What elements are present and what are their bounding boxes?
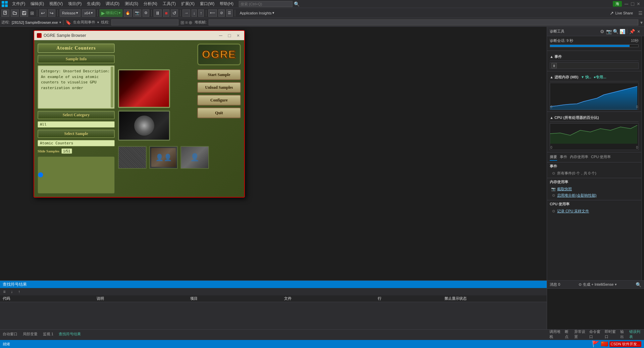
save-all-button[interactable]: ⊞ [30, 10, 35, 16]
filter-icon-3[interactable]: ≡ [185, 20, 188, 25]
ogre-thumbnail-1[interactable] [118, 69, 170, 108]
stop-button[interactable]: ■ [163, 9, 169, 17]
ogre-category-value[interactable]: All [38, 121, 115, 128]
ogre-thumbnail-2[interactable] [118, 111, 170, 141]
menu-tools[interactable]: 工具(T) [160, 0, 178, 8]
filter-icon-4[interactable]: ⊕ [189, 20, 193, 25]
diag-cpu-record-label[interactable]: 记录 CPU 采样文件 [557, 209, 589, 214]
menu-file[interactable]: 文件(F) [9, 0, 28, 8]
pause-button[interactable]: ⏸ [154, 9, 162, 17]
slide-samples-slider[interactable] [38, 156, 115, 194]
ogre-scrollbar[interactable] [111, 67, 113, 108]
open-file-button[interactable] [11, 9, 19, 17]
new-file-button[interactable] [1, 9, 9, 17]
menu-help[interactable]: 帮助(H) [217, 0, 236, 8]
diag-snapshot-label[interactable]: 截取快照 [557, 187, 572, 192]
menu-extensions[interactable]: 扩展(X) [178, 0, 197, 8]
menu-build[interactable]: 生成(B) [84, 0, 103, 8]
process-selector[interactable]: [28152] SampleBrowser.exe ▾ [12, 20, 61, 24]
quit-button[interactable]: Quit [197, 108, 241, 118]
configure-button[interactable]: Configure [197, 95, 241, 106]
toolbar-exception[interactable]: 异常设置 [574, 329, 586, 339]
release-dropdown[interactable]: Release ▾ [60, 9, 80, 17]
restart-button[interactable]: ↺ [171, 9, 178, 17]
diag-settings-icon[interactable]: ⚙ [599, 29, 605, 34]
output-build-label: 生成 + IntelliSense [583, 282, 613, 287]
filter-icon-2[interactable]: ⊞ [180, 20, 184, 25]
continue-button[interactable]: ▶ 继续(C) ▾ [100, 9, 122, 17]
redo-button[interactable]: ↪ [48, 9, 55, 17]
minimize-app-button[interactable]: ─ [625, 1, 628, 7]
diag-cpu-record-item: ⊙ 记录 CPU 采样文件 [550, 208, 639, 214]
app-insights-label: Application Insights [240, 11, 272, 15]
app-insights-button[interactable]: Application Insights ▾ [237, 9, 277, 17]
diag-heap-label[interactable]: 启用堆分析(会影响性能) [557, 193, 596, 198]
ogre-thumbnail-4[interactable]: 👤👤 [149, 146, 178, 169]
step-into-button[interactable]: ↓ [192, 9, 197, 17]
search-up-icon[interactable]: ↑ [16, 289, 22, 295]
menu-analyze[interactable]: 分析(N) [141, 0, 160, 8]
camera-button[interactable]: 📷 [133, 9, 141, 17]
search-down-icon[interactable]: ↓ [9, 289, 15, 295]
diag-tab-summary[interactable]: 摘要 [550, 154, 557, 161]
thread-selector[interactable] [111, 19, 178, 25]
menu-window[interactable]: 窗口(W) [197, 0, 217, 8]
restore-app-button[interactable]: □ [631, 1, 634, 7]
step-out-button[interactable]: ↑ [198, 9, 204, 17]
ogre-thumbnail-3[interactable] [118, 146, 147, 169]
diag-pin-icon[interactable]: 📌 [629, 29, 635, 34]
ogre-sample-browser-window[interactable]: OGRE Sample Browser ─ □ × Atomic Counter… [34, 30, 245, 198]
ogre-maximize-button[interactable]: □ [226, 32, 233, 39]
toolbar-auto-window[interactable]: 自动窗口 [3, 332, 17, 337]
menu-test[interactable]: 测试(S) [122, 0, 141, 8]
diag-tab-events[interactable]: 事件 [560, 154, 567, 161]
toolbar-callstack[interactable]: 调用堆栈 [549, 329, 561, 339]
toolbar-expand-button[interactable]: ☰ [638, 10, 643, 16]
save-button[interactable] [20, 9, 28, 17]
toolbar-breakpoints[interactable]: 断点 [565, 329, 571, 339]
toolbar-command[interactable]: 命令窗口 [589, 329, 601, 339]
step-over-button[interactable]: → [182, 9, 190, 17]
platform-dropdown[interactable]: x64 ▾ [82, 9, 95, 17]
menu-view[interactable]: 视图(V) [47, 0, 65, 8]
debug-expand-icon[interactable]: ▾ [640, 20, 643, 25]
undo-button[interactable]: ↩ [39, 9, 47, 17]
diag-close-icon[interactable]: × [636, 29, 641, 34]
close-app-button[interactable]: × [637, 1, 640, 7]
output-search-icon[interactable]: 🔍 [635, 282, 641, 288]
menu-project[interactable]: 项目(P) [65, 0, 84, 8]
breakpoints-button[interactable]: ⊘ [218, 9, 225, 17]
toolbar-find-symbol[interactable]: 查找符号结果 [59, 332, 81, 337]
ogre-minimize-button[interactable]: ─ [217, 32, 224, 39]
diag-scrollbar[interactable] [641, 36, 644, 298]
more-debug-button[interactable]: ☰ [226, 9, 233, 17]
search-list-icon[interactable]: ≡ [1, 289, 7, 295]
menu-edit[interactable]: 编辑(E) [28, 0, 47, 8]
toolbar-watch-1[interactable]: 监视 1 [43, 332, 53, 337]
diag-tab-cpu[interactable]: CPU 使用率 [591, 154, 611, 161]
ogre-sample-value[interactable]: Atomic Counters [38, 140, 115, 146]
menu-debug[interactable]: 调试(D) [103, 0, 122, 8]
toolbar-error-list[interactable]: 错误列表 [629, 329, 641, 339]
ogre-close-button[interactable]: × [235, 32, 241, 39]
fire-button[interactable]: 🔥 [124, 9, 132, 17]
app-insights-arrow: ▾ [272, 11, 274, 15]
diag-tab-memory[interactable]: 内存使用率 [570, 154, 588, 161]
start-sample-button[interactable]: Start Sample [197, 69, 241, 80]
toolbar-immediate[interactable]: 即时窗口 [605, 329, 617, 339]
stack-selector[interactable] [209, 19, 638, 25]
svg-rect-0 [2, 1, 4, 4]
diag-chart-icon[interactable]: 📊 [620, 29, 625, 34]
settings-button[interactable]: ⚙ [143, 9, 149, 17]
unload-samples-button[interactable]: Unload Samples [197, 82, 241, 93]
toolbar-locals[interactable]: 局部变量 [23, 332, 38, 337]
output-build-arrow[interactable]: ▾ [615, 282, 617, 287]
diag-search-icon[interactable]: 🔍 [613, 29, 618, 34]
ogre-thumbnail-5[interactable]: 👤 [180, 146, 209, 169]
live-share-button[interactable]: ↗ Live Share [607, 9, 636, 17]
global-search-input[interactable] [239, 1, 292, 7]
toolbar-output[interactable]: 输出 [620, 329, 626, 339]
diag-camera-icon[interactable]: 📷 [606, 29, 611, 34]
run-back-button[interactable]: ⟵ [208, 9, 217, 17]
ogre-slider-row: Slide Samples 1/51 [38, 148, 115, 154]
